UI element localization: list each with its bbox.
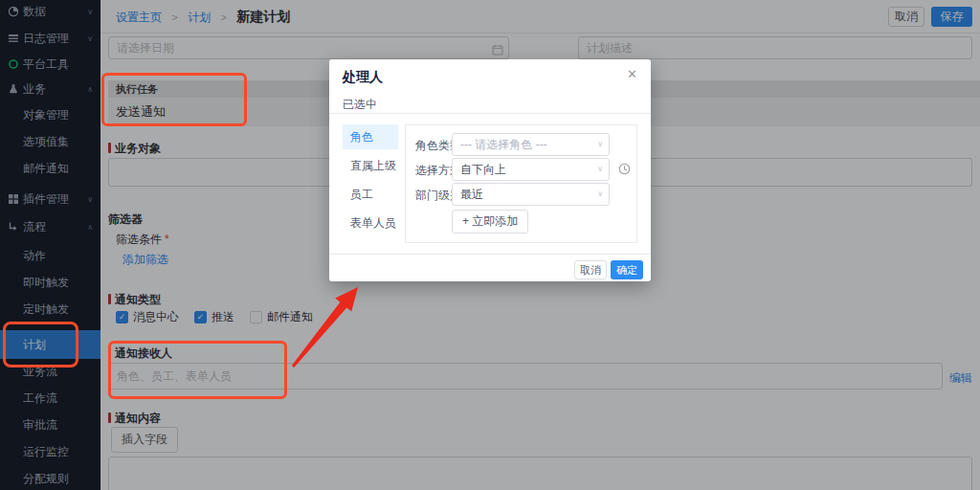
- tab-employee[interactable]: 员工: [343, 182, 398, 207]
- chevron-down-icon: ∨: [597, 159, 603, 180]
- chevron-down-icon: ∨: [597, 134, 603, 155]
- divider: [329, 254, 651, 255]
- clock-help-icon[interactable]: [618, 163, 631, 175]
- modal-title: 处理人: [343, 69, 383, 86]
- handler-modal: 处理人 ✕ 已选中 角色 直属上级 员工 表单人员 角色类型 --- 请选择角色…: [329, 59, 651, 281]
- close-icon[interactable]: ✕: [627, 67, 637, 81]
- chevron-down-icon: ∨: [597, 184, 603, 205]
- role-config-panel: 角色类型 --- 请选择角色 --- ∨ 选择方式 自下向上 ∨ 部门级别 最近…: [405, 124, 637, 243]
- tab-role[interactable]: 角色: [343, 124, 398, 149]
- screenshot-root: 数据 ∨ 日志管理 ∨ 平台工具 业务 ∧ 对象管理 选项值集: [0, 0, 980, 490]
- divider: [329, 113, 651, 114]
- tab-direct-superior[interactable]: 直属上级: [343, 153, 398, 178]
- plus-icon: +: [462, 214, 469, 228]
- modal-cancel-button[interactable]: 取消: [574, 260, 607, 279]
- dept-level-select[interactable]: 最近 ∨: [452, 183, 610, 206]
- add-now-button[interactable]: + 立即添加: [452, 210, 528, 234]
- selected-label: 已选中: [343, 97, 377, 113]
- select-mode-select[interactable]: 自下向上 ∨: [452, 158, 610, 181]
- role-type-select[interactable]: --- 请选择角色 --- ∨: [452, 133, 610, 156]
- tab-form-person[interactable]: 表单人员: [343, 211, 398, 235]
- modal-confirm-button[interactable]: 确定: [611, 260, 643, 279]
